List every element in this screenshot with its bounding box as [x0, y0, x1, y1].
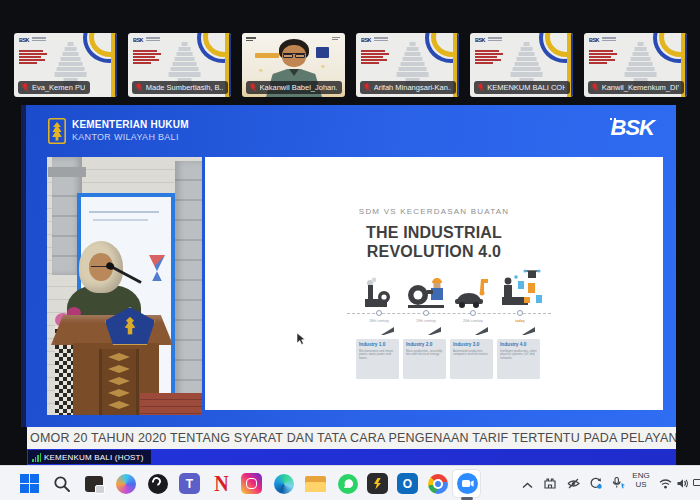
- battery-icon[interactable]: [693, 479, 700, 486]
- timeline-node: [423, 310, 429, 316]
- language-indicator[interactable]: ENGUS: [630, 471, 652, 489]
- participant-tile[interactable]: BSK Made Sumbertiasih, B...: [128, 33, 231, 97]
- wifi-icon: [659, 479, 672, 489]
- slide-title: THE INDUSTRIALREVOLUTION 4.0: [205, 223, 663, 261]
- tray-volume-button[interactable]: [677, 475, 689, 493]
- zoom-app-button[interactable]: [456, 472, 479, 495]
- news-ticker: OMOR 20 TAHUN 2020 TENTANG SYARAT DAN TA…: [27, 427, 676, 449]
- glasses-icon: [283, 53, 305, 58]
- industry4-iot-icon: [498, 269, 542, 309]
- stage-period: 20th century: [461, 319, 485, 323]
- zoom-icon: [457, 473, 478, 494]
- participant-name: Arifah Minangsari-Kan...: [374, 83, 451, 92]
- pln-app-button[interactable]: [366, 472, 389, 495]
- office-title: KANTOR WILAYAH BALI: [72, 131, 189, 143]
- pln-app-icon: [367, 473, 388, 494]
- bsk-logo: BSK: [589, 37, 616, 43]
- windows-logo-icon: [20, 474, 40, 494]
- blue-stripe: [457, 33, 459, 97]
- blue-stripe: [685, 33, 687, 97]
- participant-name: KEMENKUM BALI COH...: [487, 83, 565, 92]
- window-header: KEMENTERIAN HUKUM KANTOR WILAYAH BALI: [72, 119, 189, 143]
- participant-tile[interactable]: BSK Arifah Minangsari-Kan...: [356, 33, 459, 97]
- castle-icon: [544, 477, 556, 489]
- whatsapp-button[interactable]: [336, 472, 359, 495]
- bsk-brand-logo: BSK: [611, 115, 654, 141]
- task-view-button[interactable]: [82, 472, 105, 495]
- participant-tile-video[interactable]: ✦ ✦ ✦ Kakanwil Babel_Johan...: [242, 33, 345, 97]
- copilot-button[interactable]: [114, 472, 137, 495]
- stage-period: today: [508, 319, 532, 323]
- signal-bars-icon: [32, 453, 41, 462]
- red-text-lines: [361, 50, 389, 65]
- participant-tile[interactable]: BSK Kanwil_Kemenkum_DIY: [584, 33, 687, 97]
- windows-taskbar: T N O ENGUS: [0, 465, 700, 500]
- mouse-cursor-icon: [297, 333, 306, 345]
- microphone-cursor-icon: [612, 477, 626, 489]
- edge-icon: [274, 474, 294, 494]
- industry3-robot-car-icon: [453, 269, 493, 309]
- ministry-title: KEMENTERIAN HUKUM: [72, 119, 189, 131]
- instagram-icon: [241, 473, 262, 494]
- participant-name-badge: KEMENKUM BALI COH...: [474, 81, 570, 94]
- participant-tile[interactable]: BSK Eva_Kemen PU: [14, 33, 117, 97]
- participant-tile[interactable]: BSK KEMENKUM BALI COH...: [470, 33, 573, 97]
- instagram-button[interactable]: [240, 472, 263, 495]
- participant-strip: BSK Eva_Kemen PU BSK Made Sumbertiasih, …: [14, 33, 687, 97]
- tray-app-button[interactable]: [544, 475, 556, 493]
- tray-chevron-button[interactable]: [522, 475, 533, 493]
- bsk-logo: BSK: [361, 37, 388, 43]
- teams-button[interactable]: T: [178, 472, 201, 495]
- file-explorer-icon: [305, 476, 326, 492]
- speaker-video-feed: [47, 157, 202, 415]
- participant-name: Eva_Kemen PU: [32, 83, 85, 92]
- tray-network-button[interactable]: [659, 475, 672, 493]
- timeline-node: [376, 310, 382, 316]
- bsk-logo: BSK: [19, 37, 46, 43]
- host-name-badge: KEMENKUM BALI (HOST): [28, 450, 151, 464]
- blue-stripe: [229, 33, 231, 97]
- eye-slash-icon: [567, 478, 580, 489]
- tray-mic-button[interactable]: [612, 475, 626, 493]
- flag-marker-icon: [522, 327, 535, 335]
- mic-muted-icon: [477, 83, 484, 92]
- outlook-button[interactable]: O: [396, 472, 419, 495]
- slide-kicker: SDM VS KECERDASAN BUATAN: [205, 207, 663, 216]
- chrome-icon: [428, 474, 448, 494]
- tray-sync-button[interactable]: [589, 475, 602, 493]
- industry-infographic: 18th century 19th century 20th century t…: [355, 269, 543, 389]
- red-text-lines: [589, 50, 617, 65]
- ticker-text: OMOR 20 TAHUN 2020 TENTANG SYARAT DAN TA…: [27, 427, 676, 449]
- participant-name-badge: Made Sumbertiasih, B...: [132, 81, 228, 94]
- mic-muted-icon: [363, 83, 371, 92]
- file-explorer-button[interactable]: [304, 472, 327, 495]
- backdrop-logo: [316, 47, 329, 58]
- obs-button[interactable]: [146, 472, 169, 495]
- tray-hidden-button[interactable]: [567, 475, 580, 493]
- timeline-node: [470, 310, 476, 316]
- presentation-slide: SDM VS KECERDASAN BUATAN THE INDUSTRIALR…: [205, 157, 663, 410]
- outlook-icon: O: [397, 473, 418, 494]
- participant-name-badge: Kakanwil Babel_Johan...: [246, 81, 342, 94]
- backdrop-banner: [255, 53, 279, 58]
- star-icon: ✦: [320, 63, 326, 71]
- netflix-icon: N: [214, 470, 228, 496]
- chevron-up-icon: [522, 482, 533, 489]
- bsk-logo: BSK: [475, 37, 502, 43]
- edge-button[interactable]: [272, 472, 295, 495]
- netflix-button[interactable]: N: [210, 472, 233, 495]
- participant-name-badge: Arifah Minangsari-Kan...: [360, 81, 456, 94]
- participant-name: Kanwil_Kemenkum_DIY: [602, 83, 679, 92]
- start-button[interactable]: [18, 472, 41, 495]
- search-button[interactable]: [50, 472, 73, 495]
- star-icon: ✦: [258, 67, 264, 75]
- industry-card: Industry 2.0Mass production, assembly li…: [403, 339, 446, 379]
- stage-period: 18th century: [367, 319, 391, 323]
- blue-stripe: [115, 33, 117, 97]
- blue-stripe: [571, 33, 573, 97]
- host-name: KEMENKUM BALI (HOST): [44, 453, 144, 462]
- desktop-screen: BSK Eva_Kemen PU BSK Made Sumbertiasih, …: [0, 0, 700, 500]
- lower-third-band: KEMENKUM BALI (HOST): [27, 449, 676, 465]
- chrome-button[interactable]: [426, 472, 449, 495]
- red-text-lines: [475, 50, 503, 65]
